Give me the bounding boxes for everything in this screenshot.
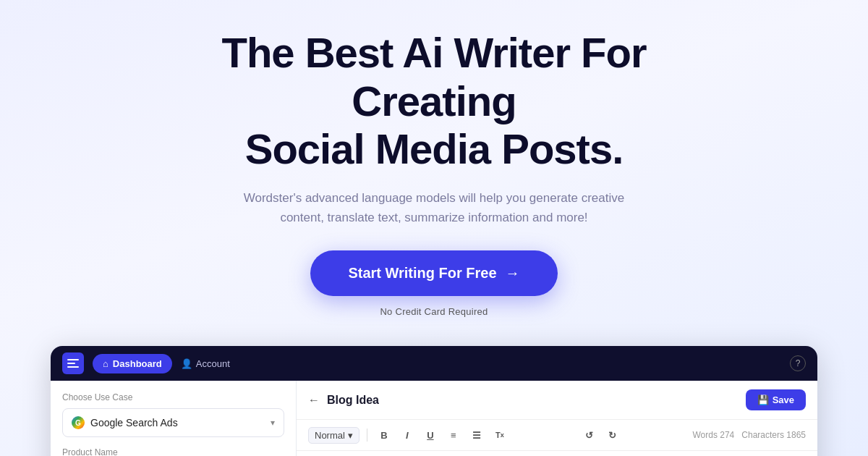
hero-subtitle: Wordster's advanced language models will… <box>224 188 644 227</box>
undo-button[interactable]: ↺ <box>580 426 599 444</box>
use-case-label: Choose Use Case <box>62 392 284 402</box>
editor-title: Blog Idea <box>327 394 746 407</box>
underline-button[interactable]: U <box>421 426 440 444</box>
ordered-list-button[interactable]: ≡ <box>444 426 463 444</box>
app-sidebar: Choose Use Case G Google Search Ads ▾ Pr… <box>51 381 297 456</box>
editor-toolbar: Normal ▾ B I U ≡ ☰ Tx ↺ ↻ Words 274 Char… <box>297 420 817 451</box>
save-icon: 💾 <box>757 394 769 405</box>
editor-content[interactable]: Blog Idea: Using AI Writing Assistants t… <box>297 451 817 456</box>
save-button[interactable]: 💾 Save <box>746 389 806 410</box>
account-nav-button[interactable]: 👤 Account <box>181 358 230 369</box>
use-case-value: Google Search Ads <box>90 417 265 428</box>
app-editor: ← Blog Idea 💾 Save Normal ▾ B I U ≡ ☰ Tx <box>297 381 817 456</box>
redo-button[interactable]: ↻ <box>603 426 622 444</box>
product-name-label: Product Name <box>62 447 284 456</box>
text-style-select[interactable]: Normal ▾ <box>308 427 359 444</box>
dashboard-nav-button[interactable]: ⌂ Dashboard <box>93 354 172 373</box>
start-writing-button[interactable]: Start Writing For Free → <box>310 250 557 296</box>
word-count-display: Words 274 Characters 1865 <box>692 430 806 440</box>
app-preview: ⌂ Dashboard 👤 Account ? Choose Use Case … <box>51 346 817 456</box>
hero-title: The Best Ai Writer For Creating Social M… <box>152 29 716 174</box>
no-credit-card-label: No Credit Card Required <box>380 306 488 317</box>
hero-section: The Best Ai Writer For Creating Social M… <box>0 0 868 332</box>
google-icon: G <box>72 416 85 429</box>
chevron-down-icon: ▾ <box>348 430 353 441</box>
italic-button[interactable]: I <box>398 426 417 444</box>
app-navbar: ⌂ Dashboard 👤 Account ? <box>51 346 817 381</box>
app-body: Choose Use Case G Google Search Ads ▾ Pr… <box>51 381 817 456</box>
bold-button[interactable]: B <box>375 426 393 444</box>
chevron-down-icon: ▾ <box>271 418 275 428</box>
back-arrow-icon[interactable]: ← <box>308 394 320 407</box>
unordered-list-button[interactable]: ☰ <box>467 426 486 444</box>
editor-header: ← Blog Idea 💾 Save <box>297 381 817 420</box>
use-case-dropdown[interactable]: G Google Search Ads ▾ <box>62 408 284 437</box>
clear-format-button[interactable]: Tx <box>490 426 509 444</box>
user-icon: 👤 <box>181 358 192 369</box>
home-icon: ⌂ <box>103 358 109 369</box>
help-button[interactable]: ? <box>790 355 806 371</box>
logo-icon <box>62 352 84 374</box>
